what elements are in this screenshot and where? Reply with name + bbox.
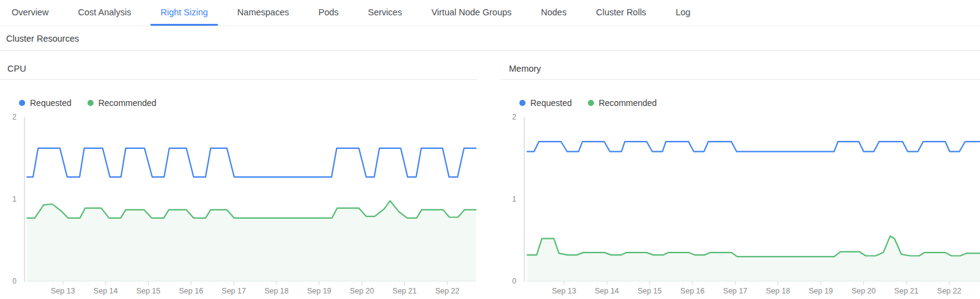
svg-text:Sep 20: Sep 20 xyxy=(350,287,374,295)
legend-item-requested[interactable]: Requested xyxy=(19,98,72,108)
requested-dot-icon xyxy=(519,100,525,106)
tab-overview[interactable]: Overview xyxy=(0,0,63,26)
svg-text:Sep 14: Sep 14 xyxy=(94,287,118,295)
cluster-resources-header: Cluster Resources xyxy=(0,26,980,51)
svg-text:Sep 17: Sep 17 xyxy=(723,287,748,295)
svg-text:Sep 18: Sep 18 xyxy=(766,287,790,295)
svg-text:Sep 17: Sep 17 xyxy=(221,287,246,295)
svg-text:Sep 20: Sep 20 xyxy=(852,287,876,295)
svg-text:Sep 19: Sep 19 xyxy=(307,287,332,295)
svg-text:Sep 22: Sep 22 xyxy=(435,287,459,295)
cpu-chart-legend: Requested Recommended xyxy=(19,97,477,109)
legend-label: Requested xyxy=(530,98,572,108)
legend-label: Requested xyxy=(30,98,72,108)
cpu-chart-title-row: CPU xyxy=(0,63,477,80)
tab-nodes[interactable]: Nodes xyxy=(526,0,581,26)
tab-log[interactable]: Log xyxy=(661,0,705,26)
svg-text:2: 2 xyxy=(12,113,17,121)
tab-services[interactable]: Services xyxy=(354,0,417,26)
cpu-chart-panel: CPU Requested Recommended 012Sep 13Sep 1… xyxy=(0,63,477,297)
svg-text:0: 0 xyxy=(512,277,516,286)
svg-text:0: 0 xyxy=(12,277,17,286)
svg-text:Sep 13: Sep 13 xyxy=(51,287,75,295)
memory-chart-title: Memory xyxy=(509,64,541,74)
svg-text:Sep 16: Sep 16 xyxy=(179,287,203,295)
tab-cluster-rolls[interactable]: Cluster Rolls xyxy=(581,0,661,26)
svg-text:Sep 13: Sep 13 xyxy=(552,287,576,295)
svg-text:Sep 16: Sep 16 xyxy=(680,287,705,295)
tab-bar: Overview Cost Analysis Right Sizing Name… xyxy=(0,0,980,26)
recommended-dot-icon xyxy=(588,100,594,106)
cpu-line-chart[interactable]: 012Sep 13Sep 14Sep 15Sep 16Sep 17Sep 18S… xyxy=(0,113,477,297)
requested-dot-icon xyxy=(19,100,25,106)
svg-text:1: 1 xyxy=(512,195,516,203)
memory-chart-title-row: Memory xyxy=(500,63,980,80)
tab-right-sizing[interactable]: Right Sizing xyxy=(146,0,222,26)
svg-text:2: 2 xyxy=(512,113,516,121)
tab-pods[interactable]: Pods xyxy=(303,0,353,26)
legend-item-recommended[interactable]: Recommended xyxy=(87,98,157,108)
cpu-chart-title: CPU xyxy=(7,64,26,74)
section-title: Cluster Resources xyxy=(6,34,79,44)
memory-line-chart[interactable]: 012Sep 13Sep 14Sep 15Sep 16Sep 17Sep 18S… xyxy=(500,113,980,297)
tab-virtual-node-groups[interactable]: Virtual Node Groups xyxy=(417,0,526,26)
memory-chart-panel: Memory Requested Recommended 012Sep 13Se… xyxy=(500,63,980,297)
charts-row: CPU Requested Recommended 012Sep 13Sep 1… xyxy=(0,51,980,297)
svg-text:Sep 15: Sep 15 xyxy=(136,287,161,295)
legend-item-requested[interactable]: Requested xyxy=(519,98,572,108)
recommended-dot-icon xyxy=(87,100,94,106)
svg-text:Sep 22: Sep 22 xyxy=(937,287,962,295)
svg-text:Sep 21: Sep 21 xyxy=(393,287,417,295)
svg-text:Sep 21: Sep 21 xyxy=(894,287,919,295)
svg-text:Sep 14: Sep 14 xyxy=(595,287,619,295)
legend-label: Recommended xyxy=(599,98,657,108)
svg-text:Sep 19: Sep 19 xyxy=(809,287,833,295)
svg-text:Sep 18: Sep 18 xyxy=(264,287,289,295)
tab-cost-analysis[interactable]: Cost Analysis xyxy=(63,0,146,26)
svg-text:1: 1 xyxy=(12,195,17,203)
legend-item-recommended[interactable]: Recommended xyxy=(588,98,657,108)
legend-label: Recommended xyxy=(98,98,157,108)
tab-namespaces[interactable]: Namespaces xyxy=(223,0,304,26)
memory-chart-legend: Requested Recommended xyxy=(519,97,980,109)
svg-text:Sep 15: Sep 15 xyxy=(637,287,662,295)
